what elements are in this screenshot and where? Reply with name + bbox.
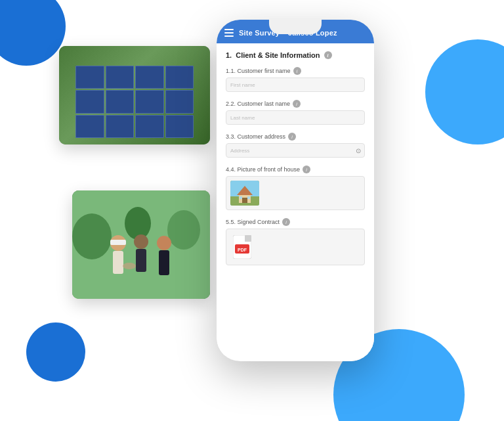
field-label-contract: 5.5. Signed Contract i bbox=[226, 218, 365, 226]
svg-rect-6 bbox=[110, 240, 126, 245]
location-pin-icon: ⊙ bbox=[356, 147, 361, 154]
svg-rect-8 bbox=[136, 249, 146, 272]
section-title: 1. Client & Site Information i bbox=[226, 51, 365, 59]
house-thumbnail bbox=[230, 181, 259, 206]
svg-point-7 bbox=[134, 234, 148, 249]
field-input-first-name[interactable]: First name bbox=[226, 78, 365, 92]
field-info-icon-1[interactable]: i bbox=[293, 67, 301, 75]
hamburger-menu-icon[interactable] bbox=[224, 29, 234, 37]
field-info-icon-4[interactable]: i bbox=[303, 166, 310, 173]
svg-point-9 bbox=[157, 236, 171, 250]
field-label-address: 3.3. Customer address i bbox=[226, 133, 365, 141]
svg-point-11 bbox=[123, 263, 136, 269]
phone-screen: Site Survey – Jalisco Lopez 1. Client & … bbox=[217, 20, 374, 361]
field-address: 3.3. Customer address i Address ⊙ bbox=[226, 133, 365, 158]
house-thumbnail-image bbox=[230, 181, 259, 206]
field-address-wrapper: Address ⊙ bbox=[226, 143, 365, 158]
meeting-illustration bbox=[72, 190, 210, 299]
section-info-icon[interactable]: i bbox=[324, 51, 332, 59]
field-signed-contract: 5.5. Signed Contract i PDF bbox=[226, 218, 365, 265]
phone-shell: Site Survey – Jalisco Lopez 1. Client & … bbox=[217, 20, 374, 361]
field-label-last-name: 2.2. Customer last name i bbox=[226, 100, 365, 108]
field-last-name: 2.2. Customer last name i Last name bbox=[226, 100, 365, 125]
field-input-address[interactable]: Address bbox=[226, 143, 365, 158]
phone-mockup: Site Survey – Jalisco Lopez 1. Client & … bbox=[217, 20, 374, 361]
field-label-first-name: 1.1. Customer first name i bbox=[226, 67, 365, 75]
field-info-icon-2[interactable]: i bbox=[293, 100, 301, 108]
decorative-circle-bottom-left bbox=[26, 322, 85, 382]
svg-point-3 bbox=[125, 207, 151, 240]
field-first-name: 1.1. Customer first name i First name bbox=[226, 67, 365, 92]
field-info-icon-5[interactable]: i bbox=[282, 218, 290, 226]
section-number: 1. bbox=[226, 51, 232, 59]
svg-rect-17 bbox=[240, 196, 242, 199]
svg-point-1 bbox=[72, 213, 112, 259]
svg-point-2 bbox=[167, 210, 200, 250]
pdf-icon: PDF bbox=[232, 234, 253, 259]
pdf-file-icon: PDF bbox=[233, 235, 251, 259]
svg-rect-16 bbox=[242, 198, 247, 203]
field-house-photo: 4.4. Picture of front of house i bbox=[226, 166, 365, 210]
svg-text:PDF: PDF bbox=[238, 248, 247, 252]
form-content: 1. Client & Site Information i 1.1. Cust… bbox=[217, 43, 374, 356]
solar-panel-photo bbox=[59, 46, 210, 144]
decorative-circle-top-left bbox=[0, 0, 66, 66]
phone-notch bbox=[269, 20, 322, 34]
decorative-circle-top-right bbox=[425, 39, 504, 144]
field-info-icon-3[interactable]: i bbox=[288, 133, 296, 141]
image-upload-area[interactable] bbox=[226, 176, 365, 210]
section-title-text: Client & Site Information bbox=[236, 51, 320, 59]
field-label-house-photo: 4.4. Picture of front of house i bbox=[226, 166, 365, 173]
svg-rect-18 bbox=[247, 196, 250, 199]
svg-rect-10 bbox=[159, 250, 169, 275]
svg-rect-21 bbox=[245, 235, 251, 242]
pdf-upload-area[interactable]: PDF bbox=[226, 229, 365, 265]
field-input-last-name[interactable]: Last name bbox=[226, 110, 365, 125]
svg-rect-5 bbox=[113, 251, 123, 274]
meeting-photo bbox=[72, 190, 210, 299]
